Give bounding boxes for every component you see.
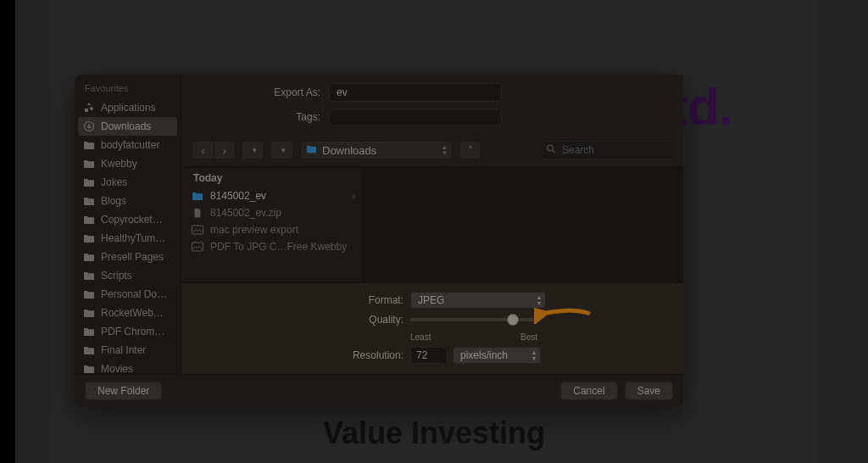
tags-label: Tags:	[193, 111, 329, 123]
nav-back-button[interactable]: ‹	[192, 141, 214, 159]
format-label: Format:	[319, 294, 403, 306]
sidebar-item[interactable]: Personal Do…	[75, 285, 181, 304]
sidebar-item[interactable]: Presell Pages	[75, 248, 181, 266]
folder-icon	[83, 251, 95, 263]
chevron-down-icon: ▾	[253, 146, 257, 154]
left-black-edge	[0, 0, 15, 463]
sidebar-item[interactable]: RocketWeb…	[75, 304, 181, 322]
folder-icon	[83, 176, 95, 188]
format-select[interactable]: JPEG ▴▾	[410, 292, 546, 309]
updown-icon: ▴▾	[442, 144, 447, 156]
browser-toolbar: ‹ › ▾ ▾ Downloads	[181, 137, 683, 167]
sidebar-item-label: RocketWeb…	[101, 307, 164, 319]
sidebar-item[interactable]: Jokes	[75, 173, 181, 192]
expand-button[interactable]: ˄	[459, 141, 481, 159]
svg-point-5	[548, 145, 554, 151]
tags-input[interactable]	[329, 109, 502, 126]
sidebar-item[interactable]: Copyrocket…	[75, 210, 181, 229]
resolution-input[interactable]	[410, 347, 448, 364]
folder-icon	[83, 158, 95, 170]
svg-line-6	[553, 150, 555, 153]
sidebar-item-label: Applications	[101, 102, 156, 114]
export-as-label: Export As:	[193, 86, 329, 98]
sidebar-item-label: Copyrocket…	[101, 214, 163, 226]
sidebar-item[interactable]: PDF Chrom…	[75, 322, 181, 341]
sidebar-item[interactable]: Applications	[75, 98, 181, 117]
file-column: Today 8145002_ev›8145002_ev.zipmac previ…	[181, 167, 363, 282]
updown-icon: ▴▾	[537, 294, 541, 306]
sidebar-item-label: bodyfatcutter	[101, 139, 159, 151]
folder-icon	[83, 232, 95, 244]
view-columns-button[interactable]: ▾	[242, 141, 264, 159]
folder-icon	[83, 195, 95, 207]
file-row[interactable]: mac preview export	[181, 221, 362, 238]
folder-blue-icon	[192, 191, 203, 201]
export-options-panel: Format: JPEG ▴▾ Quality:	[181, 282, 683, 374]
file-row[interactable]: 8145002_ev.zip	[181, 204, 362, 221]
export-as-input[interactable]	[329, 83, 502, 102]
file-name: mac preview export	[210, 224, 298, 236]
chevron-left-icon: ‹	[201, 144, 204, 157]
sidebar-item-label: Final Inter	[101, 344, 146, 356]
sidebar-header: Favourites	[75, 80, 181, 98]
quality-label: Quality:	[319, 314, 403, 326]
new-folder-button[interactable]: New Folder	[85, 382, 162, 400]
sidebar-item[interactable]: Blogs	[75, 192, 181, 210]
location-popup[interactable]: Downloads ▴▾	[300, 141, 453, 159]
quality-slider[interactable]	[410, 318, 536, 321]
nav-forward-button[interactable]: ›	[214, 141, 236, 159]
file-name: 8145002_ev	[210, 190, 266, 202]
sidebar-item-label: Downloads	[101, 120, 151, 132]
file-name: PDF To JPG C…Free Kwebby	[210, 241, 347, 253]
quality-best-label: Best	[520, 332, 537, 342]
sidebar-item[interactable]: HealthyTum…	[75, 229, 181, 248]
folder-icon	[83, 344, 95, 356]
sidebar-item-label: Presell Pages	[101, 251, 164, 263]
quality-least-label: Least	[410, 332, 431, 342]
sidebar-item[interactable]: Scripts	[75, 266, 181, 285]
sidebar: Favourites ApplicationsDownloadsbodyfatc…	[75, 75, 181, 374]
chevron-up-icon: ˄	[468, 144, 474, 157]
doc-icon	[192, 208, 203, 218]
chevron-right-icon: ›	[353, 192, 355, 201]
slider-knob[interactable]	[507, 314, 519, 326]
sidebar-item-label: Blogs	[101, 195, 126, 207]
sidebar-item[interactable]: Downloads	[78, 117, 177, 136]
folder-icon	[83, 270, 95, 282]
updown-icon: ▴▾	[532, 349, 536, 361]
sidebar-item[interactable]: Movies	[75, 360, 181, 374]
resolution-label: Resolution:	[319, 349, 403, 361]
folder-icon	[306, 143, 317, 157]
cancel-button[interactable]: Cancel	[560, 382, 617, 400]
apps-icon	[83, 102, 95, 114]
save-button[interactable]: Save	[625, 382, 673, 400]
sidebar-item-label: Scripts	[101, 270, 132, 282]
group-by-button[interactable]: ▾	[271, 141, 293, 159]
background-page-title: Value Investing	[51, 416, 817, 451]
file-name: 8145002_ev.zip	[210, 207, 281, 219]
search-input[interactable]	[541, 141, 673, 159]
search-icon	[546, 144, 556, 157]
sidebar-item[interactable]: bodyfatcutter	[75, 136, 181, 154]
format-value: JPEG	[418, 294, 444, 306]
resolution-unit-select[interactable]: pixels/inch ▴▾	[453, 347, 541, 364]
file-group-header: Today	[181, 167, 362, 187]
folder-icon	[83, 288, 95, 300]
dialog-content: Export As: Tags: ‹ › ▾	[181, 75, 683, 374]
file-row[interactable]: 8145002_ev›	[181, 187, 362, 204]
folder-icon	[83, 363, 95, 374]
image-icon	[192, 225, 203, 235]
sidebar-item[interactable]: Final Inter	[75, 341, 181, 360]
location-label: Downloads	[322, 144, 376, 157]
downloads-icon	[83, 120, 95, 132]
export-dialog: Favourites ApplicationsDownloadsbodyfatc…	[75, 75, 683, 407]
file-row[interactable]: PDF To JPG C…Free Kwebby	[181, 238, 362, 255]
folder-icon	[83, 326, 95, 337]
resolution-unit-value: pixels/inch	[460, 349, 508, 361]
sidebar-item-label: Personal Do…	[101, 288, 167, 300]
dialog-footer: New Folder Cancel Save	[75, 374, 683, 407]
sidebar-item-label: HealthyTum…	[101, 232, 165, 244]
sidebar-item[interactable]: Kwebby	[75, 154, 181, 173]
sidebar-item-label: PDF Chrom…	[101, 326, 164, 337]
sidebar-item-label: Jokes	[101, 176, 127, 188]
